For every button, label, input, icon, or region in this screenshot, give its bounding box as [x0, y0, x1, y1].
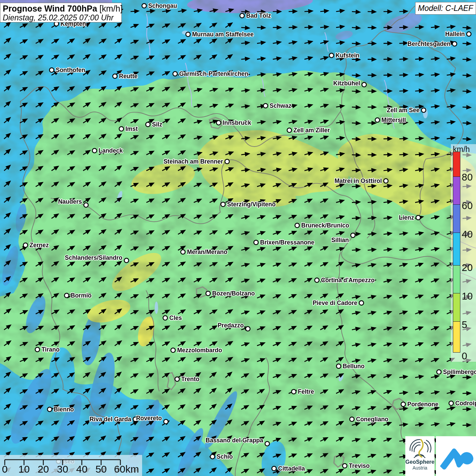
city-label: Bad Tölz	[246, 12, 271, 19]
city-marker-icon	[181, 250, 185, 254]
city-label: Mittersill	[381, 117, 406, 123]
city-imst: Imst	[119, 125, 138, 132]
city-marker-icon	[401, 402, 406, 407]
legend-tick-label: 80	[462, 172, 476, 182]
city-marker-icon	[186, 32, 190, 37]
city-label: Garmisch-Partenkirchen	[179, 70, 248, 77]
city-label: Brixen/Bressanone	[260, 239, 314, 246]
city-label: Schongau	[148, 2, 177, 9]
city-label: Silz	[152, 121, 162, 128]
city-label: Bruneck/Brunico	[301, 222, 349, 229]
city-marker-icon	[84, 203, 88, 207]
city-label: Schlanders/Silandro	[65, 254, 122, 261]
city-label: Sillian	[331, 237, 349, 243]
city-label: Innsbruck	[223, 119, 251, 126]
city-label: Trento	[181, 376, 199, 382]
city-marker-icon	[246, 327, 250, 331]
city-marker-icon	[175, 377, 180, 381]
city-label: Tirano	[41, 346, 60, 353]
page-title: Prognose Wind 700hPa [km/h]	[3, 4, 119, 13]
city-schio: Schio	[210, 453, 233, 460]
city-marker-icon	[171, 348, 175, 353]
legend-segment	[453, 233, 460, 266]
legend-segment	[453, 293, 460, 322]
city-marker-icon	[23, 243, 28, 248]
legend-segment	[453, 204, 460, 233]
city-label: Reutte	[119, 73, 138, 80]
city-label: Steinach am Brenner	[164, 158, 223, 165]
city-marker-icon	[35, 347, 40, 352]
geosphere-contour-icon	[405, 436, 435, 459]
city-marker-icon	[295, 223, 300, 228]
city-garmisch-partenkirchen: Garmisch-Partenkirchen	[173, 70, 249, 77]
distance-scalebar: 0102030405060km	[0, 455, 142, 476]
city-label: Imst	[125, 125, 138, 132]
city-label: Berchtesgaden	[408, 40, 451, 47]
city-marker-icon	[422, 108, 426, 113]
city-marker-icon	[113, 74, 117, 79]
legend-segment	[453, 152, 460, 177]
city-marker-icon	[163, 316, 168, 320]
city-zell-am-ziller: Zell am Ziller	[287, 127, 330, 134]
city-label: Cortina d'Ampezzo	[321, 277, 375, 284]
city-bozen-bolzano: Bozen/Bolzano	[206, 290, 255, 297]
city-label: Pieve di Cadore	[313, 300, 358, 306]
city-marker-icon	[124, 258, 129, 263]
city-marker-icon	[449, 401, 454, 406]
city-marker-icon	[210, 455, 215, 459]
city-meran-merano: Meran/Merano	[181, 249, 227, 255]
city-label: Sonthofen	[56, 67, 85, 73]
city-marker-icon	[416, 216, 421, 220]
city-marker-icon	[173, 72, 177, 76]
city-marker-icon	[264, 104, 268, 108]
city-marker-icon	[343, 464, 347, 468]
legend-tick-label: 0	[462, 351, 476, 361]
city-murnau-am-staffelsee: Murnau am Staffelsee	[186, 31, 254, 38]
city-label: Zell am See	[387, 107, 420, 114]
city-label: Zell am Ziller	[293, 127, 330, 134]
city-marker-icon	[225, 159, 230, 164]
city-brixen-bressanone: Brixen/Bressanone	[254, 239, 314, 246]
city-lienz: Lienz	[399, 214, 420, 221]
wind-map-canvas: SchongauBad TölzKemptenMurnau am Staffel…	[0, 0, 476, 476]
city-label: Cittadella	[278, 465, 305, 472]
mountain-cloud-icon	[436, 436, 476, 476]
city-marker-icon	[65, 293, 69, 298]
legend-tick-label: 60	[462, 201, 476, 211]
city-marker-icon	[384, 179, 388, 183]
city-marker-icon	[48, 407, 52, 412]
city-label: Kitzbühel	[333, 80, 360, 87]
city-marker-icon	[50, 68, 54, 72]
scalebar-canvas: 0102030405060km	[0, 455, 142, 476]
city-label: Matrei in Osttirol	[335, 177, 382, 184]
legend-segment	[453, 265, 460, 294]
city-marker-icon	[254, 240, 258, 245]
city-riva-del-garda: Riva del Garda	[89, 416, 137, 423]
city-label: Hallein	[445, 31, 465, 37]
city-marker-icon	[240, 14, 244, 18]
partner-logo	[436, 436, 476, 476]
city-marker-icon	[350, 417, 354, 422]
city-marker-icon	[119, 127, 124, 131]
city-marker-icon	[221, 202, 225, 207]
city-label: Spilimbergo	[443, 369, 476, 375]
scalebar-label: 40	[76, 463, 87, 475]
city-marker-icon	[265, 442, 270, 446]
city-marker-icon	[329, 53, 334, 58]
city-marker-icon	[359, 301, 364, 305]
model-label: Modell: C-LAEF	[415, 2, 476, 15]
city-matrei-in-osttirol: Matrei in Osttirol	[335, 177, 388, 184]
city-label: Codroipo	[455, 400, 476, 407]
city-label: Bormio	[71, 292, 91, 299]
city-label: Bozen/Bolzano	[212, 290, 255, 297]
map-title-box: Prognose Wind 700hPa [km/h] Dienstag, 25…	[0, 3, 122, 22]
city-marker-icon	[467, 32, 471, 36]
city-marker-icon	[146, 122, 150, 127]
city-label: Conegliano	[356, 416, 388, 423]
city-marker-icon	[92, 149, 97, 153]
city-label: Schwaz	[270, 102, 291, 109]
city-label: Mezzolombardo	[177, 347, 222, 354]
city-marker-icon	[437, 370, 441, 374]
scalebar-label: 50	[96, 463, 107, 475]
city-marker-icon	[164, 420, 168, 424]
